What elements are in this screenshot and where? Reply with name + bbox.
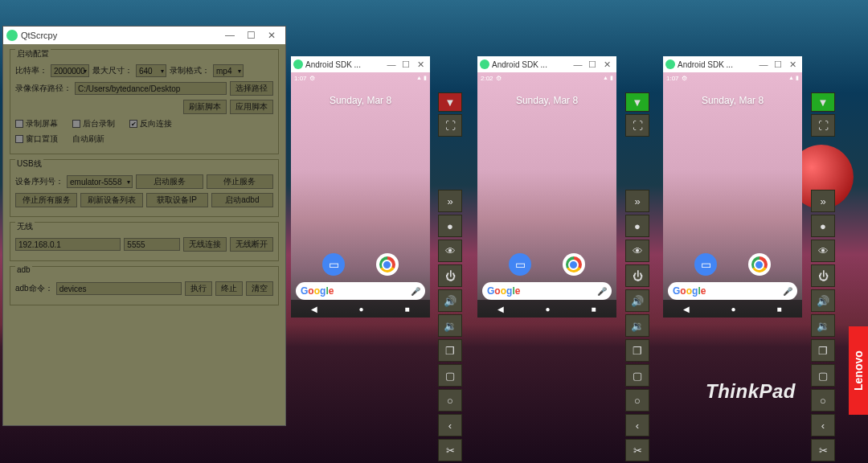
messages-app-icon[interactable]: ▭ (322, 253, 345, 276)
volumeup-button[interactable]: 🔊 (811, 289, 835, 312)
power-button[interactable]: ⏻ (438, 264, 462, 287)
getip-button[interactable]: 获取设备IP (146, 193, 208, 207)
applyscript-button[interactable]: 应用脚本 (230, 100, 273, 114)
volumeup-button[interactable]: 🔊 (625, 289, 649, 312)
selectpath-button[interactable]: 选择路径 (230, 81, 273, 96)
wificonn-button[interactable]: 无线连接 (183, 237, 227, 252)
menu-button[interactable]: ▢ (811, 364, 835, 387)
reverse-check[interactable]: ✔反向连接 (129, 118, 172, 129)
cut-button[interactable]: ✂ (625, 439, 649, 461)
hide-button[interactable]: 👁 (438, 240, 462, 262)
wifiport-input[interactable]: 5555 (124, 238, 180, 251)
android-titlebar[interactable]: Android SDK ... — ☐ ✕ (291, 56, 430, 72)
cut-button[interactable]: ✂ (811, 439, 835, 461)
clear-button[interactable]: 清空 (246, 281, 273, 296)
phone-screen[interactable]: 1:07 ⚙ ▲▮ Sunday, Mar 8 ▭ Google 🎤 ◀ ● ■ (663, 72, 802, 318)
cut-button[interactable]: ✂ (438, 439, 462, 461)
exec-button[interactable]: 执行 (185, 281, 212, 296)
maximize-button[interactable]: ☐ (585, 59, 600, 70)
back-button[interactable]: ‹ (438, 414, 462, 436)
minimize-button[interactable]: — (219, 28, 240, 43)
chrome-app-icon[interactable] (563, 253, 585, 276)
android-titlebar[interactable]: Android SDK ... — ☐ ✕ (477, 56, 616, 72)
minimize-button[interactable]: — (756, 59, 771, 70)
phone-screen[interactable]: 2:02 ⚙ ▲▮ Sunday, Mar 8 ▭ Google 🎤 ◀ ● ■ (477, 72, 616, 318)
expand-button[interactable]: » (625, 190, 649, 212)
bitrate-combo[interactable]: 2000000 (51, 64, 89, 77)
volumedown-button[interactable]: 🔉 (625, 314, 649, 337)
google-search-bar[interactable]: Google 🎤 (296, 282, 425, 300)
maximize-button[interactable]: ☐ (771, 59, 785, 70)
phone-screen[interactable]: 1:07 ⚙ ▲▮ Sunday, Mar 8 ▭ Google 🎤 ◀ ● ■ (291, 72, 430, 318)
home-button[interactable]: ○ (625, 389, 649, 412)
fullscreen-button[interactable]: ⛶ (625, 114, 649, 137)
recent-button[interactable]: ■ (404, 305, 409, 313)
pin-button[interactable]: ▼ (811, 92, 835, 112)
stopserv-button[interactable]: 停止服务 (207, 174, 274, 189)
stopall-button[interactable]: 停止所有服务 (15, 193, 77, 207)
expand-button[interactable]: » (438, 190, 462, 212)
home-button[interactable]: ● (545, 305, 550, 313)
menu-button[interactable]: ▢ (625, 364, 649, 387)
back-button[interactable]: ◀ (683, 305, 690, 313)
close-button[interactable]: ✕ (785, 59, 800, 70)
home-button[interactable]: ● (358, 305, 363, 313)
format-combo[interactable]: mp4 (213, 64, 244, 77)
appswitch-button[interactable]: ❐ (625, 339, 649, 362)
chrome-app-icon[interactable] (748, 253, 771, 276)
windowtop-check[interactable]: 窗口置顶 (15, 133, 58, 145)
recent-button[interactable]: ■ (591, 305, 596, 313)
close-button[interactable]: ✕ (600, 59, 614, 70)
maxsize-combo[interactable]: 640 (136, 64, 166, 77)
mic-icon[interactable]: 🎤 (783, 287, 792, 296)
close-button[interactable]: ✕ (261, 28, 282, 43)
power-button[interactable]: ⏻ (625, 264, 649, 287)
recent-button[interactable]: ■ (776, 305, 781, 313)
back-button[interactable]: ◀ (497, 305, 504, 313)
qtscrcpy-titlebar[interactable]: QtScrcpy — ☐ ✕ (3, 27, 285, 44)
adbcmd-input[interactable]: devices (56, 282, 182, 295)
maximize-button[interactable]: ☐ (399, 59, 413, 70)
volumedown-button[interactable]: 🔉 (438, 314, 462, 337)
home-button[interactable]: ● (731, 305, 735, 313)
pin-button[interactable]: ▼ (438, 92, 462, 112)
volumedown-button[interactable]: 🔉 (811, 314, 835, 337)
startserv-button[interactable]: 启动服务 (136, 174, 203, 189)
screenshot-button[interactable]: ● (811, 215, 835, 237)
back-button[interactable]: ‹ (625, 414, 649, 436)
back-button[interactable]: ◀ (311, 305, 317, 313)
stop-button[interactable]: 终止 (215, 281, 243, 296)
google-search-bar[interactable]: Google 🎤 (482, 282, 612, 300)
refreshscript-button[interactable]: 刷新脚本 (183, 100, 227, 114)
mic-icon[interactable]: 🎤 (411, 287, 420, 296)
maximize-button[interactable]: ☐ (240, 28, 261, 43)
home-button[interactable]: ○ (438, 389, 462, 412)
google-search-bar[interactable]: Google 🎤 (668, 282, 797, 300)
wifiip-input[interactable]: 192.168.0.1 (15, 238, 121, 251)
background-check[interactable]: 后台录制 (72, 118, 115, 129)
serial-combo[interactable]: emulator-5558 (67, 175, 133, 188)
mic-icon[interactable]: 🎤 (597, 287, 607, 296)
autoupdate-check[interactable]: 自动刷新 (72, 133, 104, 145)
wifidis-button[interactable]: 无线断开 (230, 237, 273, 252)
expand-button[interactable]: » (811, 190, 835, 212)
screenshot-button[interactable]: ● (438, 215, 462, 237)
android-titlebar[interactable]: Android SDK ... — ☐ ✕ (663, 56, 802, 72)
home-button[interactable]: ○ (811, 389, 835, 412)
fullscreen-button[interactable]: ⛶ (811, 114, 835, 137)
fullscreen-button[interactable]: ⛶ (438, 114, 462, 137)
minimize-button[interactable]: — (571, 59, 585, 70)
messages-app-icon[interactable]: ▭ (509, 253, 531, 276)
screenshot-button[interactable]: ● (625, 215, 649, 237)
power-button[interactable]: ⏻ (811, 264, 835, 287)
pin-button[interactable]: ▼ (625, 92, 649, 112)
close-button[interactable]: ✕ (413, 59, 428, 70)
startadbd-button[interactable]: 启动adbd (211, 193, 273, 207)
back-button[interactable]: ‹ (811, 414, 835, 436)
hide-button[interactable]: 👁 (625, 240, 649, 262)
volumeup-button[interactable]: 🔊 (438, 289, 462, 312)
recordpath-input[interactable]: C:/Users/bytedance/Desktop (75, 82, 227, 95)
messages-app-icon[interactable]: ▭ (694, 253, 717, 276)
appswitch-button[interactable]: ❐ (811, 339, 835, 362)
chrome-app-icon[interactable] (376, 253, 399, 276)
